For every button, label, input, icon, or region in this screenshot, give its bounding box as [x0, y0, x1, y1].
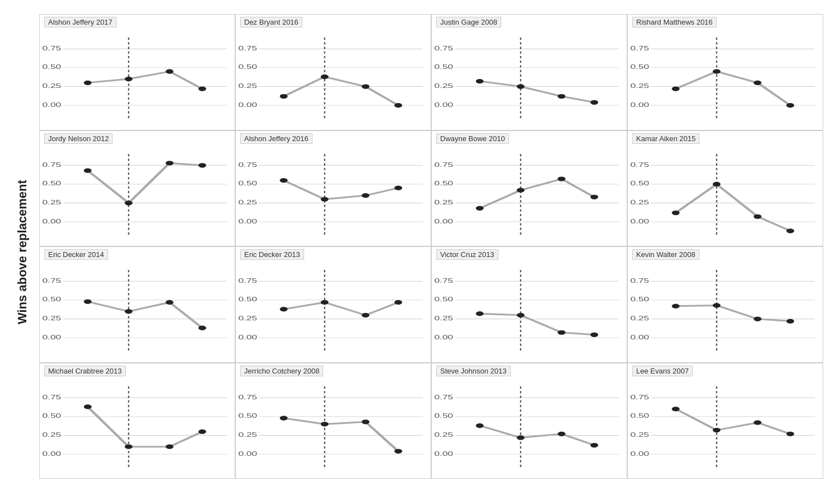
svg-text:0.75: 0.75: [434, 45, 453, 52]
svg-point-37: [558, 94, 566, 99]
svg-text:0.75: 0.75: [238, 45, 257, 52]
svg-point-167: [166, 444, 174, 449]
panel-svg: 0.000.250.500.75: [236, 131, 431, 246]
svg-point-75: [321, 197, 329, 201]
svg-point-141: [558, 330, 566, 335]
svg-text:0.75: 0.75: [42, 161, 61, 168]
svg-point-153: [713, 303, 721, 307]
panel-title: Justin Gage 2008: [436, 17, 501, 27]
svg-text:0.00: 0.00: [42, 334, 61, 340]
svg-text:0.25: 0.25: [630, 315, 649, 322]
panel-title: Dez Bryant 2016: [240, 17, 302, 27]
svg-point-152: [672, 304, 680, 309]
svg-text:0.50: 0.50: [238, 296, 257, 303]
panel-title: Alshon Jeffery 2016: [240, 133, 312, 144]
svg-point-179: [321, 422, 329, 426]
svg-text:0.00: 0.00: [630, 101, 649, 108]
panel-svg: 0.000.250.500.75: [236, 247, 431, 362]
panel-svg: 0.000.250.500.75: [628, 363, 823, 479]
y-axis-label: Wins above replacement: [11, 8, 34, 496]
svg-point-180: [362, 419, 370, 424]
svg-text:0.75: 0.75: [42, 394, 61, 400]
chart-panel: Kevin Walter 20080.000.250.500.75: [627, 246, 823, 363]
svg-point-128: [362, 313, 370, 318]
svg-text:0.00: 0.00: [630, 450, 649, 457]
svg-text:0.00: 0.00: [630, 334, 649, 340]
chart-panel: Michael Crabtree 20130.000.250.500.75: [39, 363, 235, 479]
chart-panel: Alshon Jeffery 20170.000.250.500.75: [39, 14, 235, 130]
svg-text:0.75: 0.75: [630, 277, 649, 284]
svg-text:0.25: 0.25: [630, 199, 649, 206]
svg-point-155: [786, 319, 794, 323]
svg-point-154: [754, 316, 762, 321]
svg-text:0.25: 0.25: [434, 83, 453, 90]
chart-panel: Lee Evans 20070.000.250.500.75: [627, 363, 823, 479]
svg-text:0.25: 0.25: [630, 431, 649, 438]
panel-title: Rishard Matthews 2016: [632, 17, 717, 27]
svg-point-87: [476, 206, 484, 210]
svg-text:0.25: 0.25: [434, 199, 453, 206]
chart-panel: Rishard Matthews 20160.000.250.500.75: [627, 14, 823, 130]
panel-title: Alshon Jeffery 2017: [44, 17, 116, 27]
chart-panel: Jerricho Cotchery 20080.000.250.500.75: [235, 363, 431, 479]
chart-panel: Dwayne Bowe 20100.000.250.500.75: [431, 130, 627, 247]
svg-point-207: [786, 431, 794, 436]
panel-svg: 0.000.250.500.75: [432, 363, 627, 479]
svg-point-168: [198, 429, 206, 433]
svg-text:0.50: 0.50: [630, 296, 649, 303]
svg-point-88: [517, 188, 525, 192]
svg-point-192: [517, 435, 525, 440]
svg-text:0.00: 0.00: [42, 218, 61, 225]
svg-text:0.00: 0.00: [238, 334, 257, 340]
panel-title: Kamar Aiken 2015: [632, 133, 699, 144]
svg-text:0.00: 0.00: [434, 101, 453, 108]
svg-text:0.50: 0.50: [238, 64, 257, 71]
svg-text:0.50: 0.50: [434, 413, 453, 419]
svg-point-178: [280, 416, 288, 420]
svg-text:0.50: 0.50: [42, 413, 61, 419]
svg-text:0.00: 0.00: [434, 450, 453, 457]
svg-point-116: [198, 326, 206, 330]
svg-text:0.50: 0.50: [238, 413, 257, 419]
svg-point-142: [590, 333, 598, 337]
svg-point-139: [476, 311, 484, 316]
svg-text:0.75: 0.75: [630, 394, 649, 400]
svg-point-64: [198, 163, 206, 167]
svg-text:0.00: 0.00: [434, 334, 453, 340]
svg-point-166: [125, 444, 133, 449]
svg-point-9: [84, 81, 92, 85]
svg-point-194: [590, 442, 598, 447]
svg-point-102: [754, 214, 762, 218]
svg-point-101: [713, 181, 721, 186]
svg-text:0.50: 0.50: [434, 180, 453, 187]
svg-text:0.25: 0.25: [42, 431, 61, 438]
svg-text:0.25: 0.25: [434, 315, 453, 322]
panel-title: Jordy Nelson 2012: [44, 133, 113, 144]
svg-point-36: [517, 84, 525, 88]
svg-point-140: [517, 313, 525, 318]
svg-text:0.25: 0.25: [434, 431, 453, 438]
svg-point-25: [394, 103, 402, 108]
svg-text:0.25: 0.25: [42, 83, 61, 90]
panel-title: Eric Decker 2013: [240, 249, 304, 260]
svg-point-89: [558, 176, 566, 181]
svg-text:0.50: 0.50: [42, 296, 61, 303]
panel-svg: 0.000.250.500.75: [40, 15, 235, 130]
svg-text:0.25: 0.25: [42, 315, 61, 322]
svg-point-12: [198, 86, 206, 91]
svg-point-24: [362, 84, 370, 88]
svg-point-90: [590, 194, 598, 199]
svg-text:0.75: 0.75: [42, 45, 61, 52]
svg-text:0.75: 0.75: [238, 161, 257, 168]
svg-point-103: [786, 228, 794, 233]
svg-point-77: [394, 185, 402, 190]
svg-point-206: [754, 420, 762, 424]
panel-svg: 0.000.250.500.75: [628, 131, 823, 246]
svg-text:0.50: 0.50: [434, 64, 453, 71]
panel-svg: 0.000.250.500.75: [40, 363, 235, 479]
panel-title: Dwayne Bowe 2010: [436, 133, 509, 144]
svg-point-181: [394, 449, 402, 453]
panel-grid: Alshon Jeffery 20170.000.250.500.75Dez B…: [34, 8, 829, 496]
svg-text:0.25: 0.25: [238, 431, 257, 438]
svg-point-113: [84, 299, 92, 304]
